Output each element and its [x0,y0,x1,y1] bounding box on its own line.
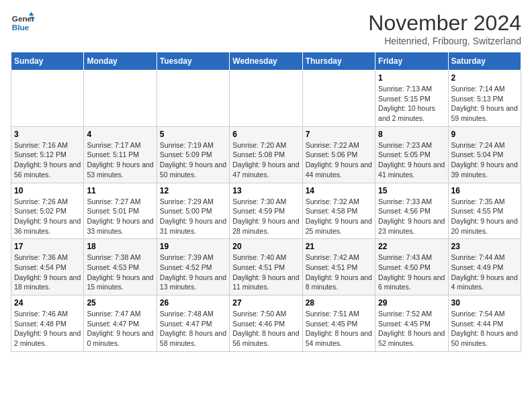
day-number: 6 [232,130,299,139]
month-title: November 2024 [368,11,521,36]
day-number: 7 [306,130,372,139]
calendar-cell: 27Sunrise: 7:50 AMSunset: 4:46 PMDayligh… [230,295,302,352]
calendar-cell: 11Sunrise: 7:27 AMSunset: 5:01 PMDayligh… [84,183,157,239]
day-number: 1 [378,73,445,83]
location: Heitenried, Fribourg, Switzerland [368,36,521,46]
logo-icon: General Blue [11,11,35,35]
day-info: Sunrise: 7:40 AMSunset: 4:51 PMDaylight:… [232,253,299,292]
day-number: 12 [160,186,226,195]
day-number: 16 [451,186,518,195]
day-header-thursday: Thursday [302,52,375,71]
calendar-cell: 1Sunrise: 7:13 AMSunset: 5:15 PMDaylight… [375,71,448,127]
day-number: 14 [306,186,372,195]
day-info: Sunrise: 7:46 AMSunset: 4:48 PMDaylight:… [14,309,81,349]
calendar-table: SundayMondayTuesdayWednesdayThursdayFrid… [11,52,521,352]
day-info: Sunrise: 7:30 AMSunset: 4:59 PMDaylight:… [232,197,299,236]
day-info: Sunrise: 7:43 AMSunset: 4:50 PMDaylight:… [378,253,445,292]
day-info: Sunrise: 7:26 AMSunset: 5:02 PMDaylight:… [14,197,81,236]
day-number: 25 [87,298,153,308]
day-number: 9 [451,130,518,139]
day-number: 19 [160,242,226,251]
day-number: 13 [232,186,299,195]
day-number: 28 [306,298,372,308]
day-number: 4 [87,130,153,139]
calendar-cell: 19Sunrise: 7:39 AMSunset: 4:52 PMDayligh… [157,239,229,295]
day-info: Sunrise: 7:24 AMSunset: 5:04 PMDaylight:… [451,140,518,180]
day-header-tuesday: Tuesday [157,52,229,71]
calendar-cell: 14Sunrise: 7:32 AMSunset: 4:58 PMDayligh… [302,183,375,239]
day-info: Sunrise: 7:32 AMSunset: 4:58 PMDaylight:… [306,197,372,236]
day-info: Sunrise: 7:22 AMSunset: 5:06 PMDaylight:… [306,140,372,180]
header-row: SundayMondayTuesdayWednesdayThursdayFrid… [11,52,521,71]
day-info: Sunrise: 7:27 AMSunset: 5:01 PMDaylight:… [87,197,153,236]
day-info: Sunrise: 7:17 AMSunset: 5:11 PMDaylight:… [87,140,153,180]
day-number: 2 [451,73,518,83]
calendar-cell: 7Sunrise: 7:22 AMSunset: 5:06 PMDaylight… [302,126,375,183]
day-number: 23 [451,242,518,251]
calendar-cell: 16Sunrise: 7:35 AMSunset: 4:55 PMDayligh… [448,183,521,239]
calendar-cell: 9Sunrise: 7:24 AMSunset: 5:04 PMDaylight… [448,126,521,183]
day-number: 30 [451,298,518,308]
day-info: Sunrise: 7:50 AMSunset: 4:46 PMDaylight:… [232,309,299,349]
day-number: 22 [378,242,445,251]
logo: General Blue [11,11,35,35]
day-number: 10 [14,186,81,195]
calendar-cell: 28Sunrise: 7:51 AMSunset: 4:45 PMDayligh… [302,295,375,352]
day-number: 15 [378,186,445,195]
day-header-sunday: Sunday [11,52,84,71]
day-info: Sunrise: 7:16 AMSunset: 5:12 PMDaylight:… [14,140,81,180]
day-info: Sunrise: 7:36 AMSunset: 4:54 PMDaylight:… [14,253,81,292]
day-info: Sunrise: 7:47 AMSunset: 4:47 PMDaylight:… [87,309,153,349]
week-row-3: 17Sunrise: 7:36 AMSunset: 4:54 PMDayligh… [11,239,521,295]
week-row-4: 24Sunrise: 7:46 AMSunset: 4:48 PMDayligh… [11,295,521,352]
week-row-0: 1Sunrise: 7:13 AMSunset: 5:15 PMDaylight… [11,71,521,127]
day-number: 21 [306,242,372,251]
day-number: 11 [87,186,153,195]
calendar-cell: 8Sunrise: 7:23 AMSunset: 5:05 PMDaylight… [375,126,448,183]
day-number: 24 [14,298,81,308]
week-row-1: 3Sunrise: 7:16 AMSunset: 5:12 PMDaylight… [11,126,521,183]
day-info: Sunrise: 7:13 AMSunset: 5:15 PMDaylight:… [378,84,445,124]
day-info: Sunrise: 7:44 AMSunset: 4:49 PMDaylight:… [451,253,518,292]
calendar-cell: 4Sunrise: 7:17 AMSunset: 5:11 PMDaylight… [84,126,157,183]
day-info: Sunrise: 7:52 AMSunset: 4:45 PMDaylight:… [378,309,445,349]
day-number: 3 [14,130,81,139]
calendar-cell: 29Sunrise: 7:52 AMSunset: 4:45 PMDayligh… [375,295,448,352]
day-info: Sunrise: 7:33 AMSunset: 4:56 PMDaylight:… [378,197,445,236]
calendar-cell [84,71,157,127]
calendar-cell: 25Sunrise: 7:47 AMSunset: 4:47 PMDayligh… [84,295,157,352]
calendar-cell: 5Sunrise: 7:19 AMSunset: 5:09 PMDaylight… [157,126,229,183]
day-info: Sunrise: 7:48 AMSunset: 4:47 PMDaylight:… [160,309,226,349]
calendar-cell [302,71,375,127]
calendar-cell: 2Sunrise: 7:14 AMSunset: 5:13 PMDaylight… [448,71,521,127]
day-header-monday: Monday [84,52,157,71]
day-number: 8 [378,130,445,139]
calendar-cell: 17Sunrise: 7:36 AMSunset: 4:54 PMDayligh… [11,239,84,295]
calendar-cell: 23Sunrise: 7:44 AMSunset: 4:49 PMDayligh… [448,239,521,295]
day-info: Sunrise: 7:51 AMSunset: 4:45 PMDaylight:… [306,309,372,349]
day-info: Sunrise: 7:38 AMSunset: 4:53 PMDaylight:… [87,253,153,292]
day-info: Sunrise: 7:39 AMSunset: 4:52 PMDaylight:… [160,253,226,292]
calendar-cell: 3Sunrise: 7:16 AMSunset: 5:12 PMDaylight… [11,126,84,183]
day-number: 27 [232,298,299,308]
calendar-cell: 10Sunrise: 7:26 AMSunset: 5:02 PMDayligh… [11,183,84,239]
day-header-saturday: Saturday [448,52,521,71]
calendar-cell [11,71,84,127]
header: General Blue November 2024 Heitenried, F… [11,11,521,46]
calendar-cell: 15Sunrise: 7:33 AMSunset: 4:56 PMDayligh… [375,183,448,239]
day-number: 5 [160,130,226,139]
calendar-cell: 12Sunrise: 7:29 AMSunset: 5:00 PMDayligh… [157,183,229,239]
calendar-cell [157,71,229,127]
calendar-cell: 6Sunrise: 7:20 AMSunset: 5:08 PMDaylight… [230,126,302,183]
day-info: Sunrise: 7:19 AMSunset: 5:09 PMDaylight:… [160,140,226,180]
day-info: Sunrise: 7:20 AMSunset: 5:08 PMDaylight:… [232,140,299,180]
day-info: Sunrise: 7:42 AMSunset: 4:51 PMDaylight:… [306,253,372,292]
calendar-cell [230,71,302,127]
day-info: Sunrise: 7:14 AMSunset: 5:13 PMDaylight:… [451,84,518,124]
week-row-2: 10Sunrise: 7:26 AMSunset: 5:02 PMDayligh… [11,183,521,239]
calendar-cell: 20Sunrise: 7:40 AMSunset: 4:51 PMDayligh… [230,239,302,295]
day-number: 29 [378,298,445,308]
day-info: Sunrise: 7:29 AMSunset: 5:00 PMDaylight:… [160,197,226,236]
day-info: Sunrise: 7:35 AMSunset: 4:55 PMDaylight:… [451,197,518,236]
calendar-cell: 18Sunrise: 7:38 AMSunset: 4:53 PMDayligh… [84,239,157,295]
